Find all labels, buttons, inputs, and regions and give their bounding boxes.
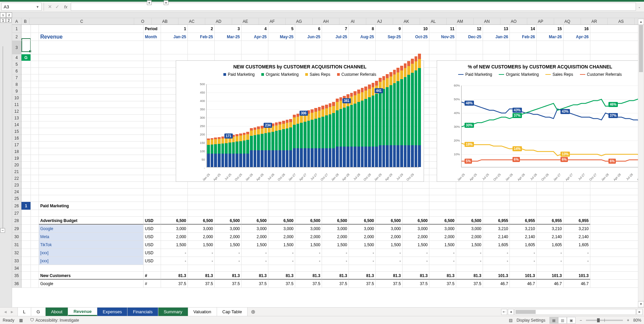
cell[interactable] bbox=[39, 101, 144, 108]
row-header[interactable]: 25 bbox=[12, 195, 21, 202]
cell[interactable]: 2,140 bbox=[510, 233, 537, 240]
cell[interactable]: Revenue bbox=[39, 33, 144, 41]
cell[interactable]: 2,000 bbox=[376, 233, 402, 240]
cell[interactable] bbox=[215, 54, 241, 61]
cell[interactable] bbox=[31, 225, 39, 232]
view-layout-icon[interactable]: ▥ bbox=[558, 317, 567, 324]
cell[interactable]: Google bbox=[39, 225, 144, 232]
cell[interactable]: 3,000 bbox=[295, 225, 322, 232]
add-sheet-icon[interactable]: ⊕ bbox=[248, 308, 259, 316]
cell[interactable] bbox=[31, 233, 39, 240]
cell[interactable] bbox=[429, 41, 456, 54]
cell[interactable]: Meta bbox=[39, 233, 144, 240]
cell[interactable]: - bbox=[241, 257, 268, 265]
cell[interactable] bbox=[510, 265, 537, 271]
cell[interactable] bbox=[483, 54, 510, 61]
cell[interactable]: 81.3 bbox=[161, 272, 188, 279]
cell[interactable]: USD bbox=[144, 257, 161, 265]
cell[interactable] bbox=[144, 95, 161, 101]
cell[interactable]: 1,500 bbox=[268, 241, 295, 249]
cell[interactable] bbox=[537, 210, 564, 216]
cell[interactable]: 2,140 bbox=[537, 233, 564, 240]
cell[interactable] bbox=[39, 155, 144, 161]
cell[interactable] bbox=[215, 202, 241, 210]
cell[interactable] bbox=[241, 202, 268, 210]
cell[interactable]: 81.3 bbox=[241, 272, 268, 279]
col-header[interactable]: AB bbox=[152, 18, 178, 24]
cell[interactable]: USD bbox=[144, 241, 161, 249]
cell[interactable] bbox=[39, 210, 144, 216]
row-header[interactable]: 7 bbox=[12, 74, 21, 81]
cell[interactable]: USD bbox=[144, 249, 161, 257]
col-header[interactable]: AI bbox=[339, 18, 366, 24]
row-header[interactable]: 26 bbox=[12, 202, 21, 210]
cell[interactable]: - bbox=[161, 249, 188, 257]
cell[interactable] bbox=[21, 182, 31, 188]
cell[interactable]: 6,500 bbox=[429, 217, 456, 224]
cell[interactable]: - bbox=[188, 257, 215, 265]
cell[interactable]: 81.3 bbox=[268, 272, 295, 279]
cell[interactable]: 3,000 bbox=[376, 225, 402, 232]
cell[interactable] bbox=[144, 188, 161, 195]
cell[interactable]: 1,605 bbox=[510, 241, 537, 249]
row-header[interactable]: 27 bbox=[12, 210, 21, 217]
cell[interactable] bbox=[144, 162, 161, 168]
accessibility-text[interactable]: Accessibility: Investigate bbox=[36, 318, 79, 323]
cell[interactable] bbox=[31, 195, 39, 202]
cell[interactable] bbox=[215, 182, 241, 188]
cell[interactable] bbox=[21, 61, 31, 67]
cell[interactable] bbox=[39, 81, 144, 88]
cell[interactable]: May-25 bbox=[268, 33, 295, 41]
cell[interactable] bbox=[31, 265, 39, 271]
cell[interactable] bbox=[31, 249, 39, 257]
cell[interactable] bbox=[31, 182, 39, 188]
cell[interactable] bbox=[31, 257, 39, 265]
cell[interactable]: - bbox=[349, 249, 376, 257]
cell[interactable] bbox=[537, 195, 564, 202]
cell[interactable] bbox=[402, 182, 429, 188]
cell[interactable] bbox=[39, 195, 144, 202]
row-header[interactable]: 14 bbox=[12, 121, 21, 128]
cell[interactable]: 37.5 bbox=[295, 280, 322, 287]
cell[interactable]: Feb-26 bbox=[510, 33, 537, 41]
cell[interactable]: USD bbox=[144, 217, 161, 224]
row-header[interactable]: 33 bbox=[12, 257, 21, 265]
cell[interactable] bbox=[31, 108, 39, 114]
cell[interactable] bbox=[21, 88, 31, 94]
cell[interactable] bbox=[144, 202, 161, 210]
cell[interactable]: USD bbox=[144, 225, 161, 232]
cell[interactable] bbox=[215, 210, 241, 216]
cell[interactable] bbox=[456, 54, 483, 61]
cell[interactable]: 2,000 bbox=[215, 233, 241, 240]
col-header[interactable]: AK bbox=[393, 18, 420, 24]
cell[interactable] bbox=[21, 272, 31, 279]
cell[interactable]: - bbox=[402, 249, 429, 257]
row-header[interactable]: 29 bbox=[12, 225, 21, 233]
cell[interactable] bbox=[295, 210, 322, 216]
row-header[interactable]: 3 bbox=[12, 41, 21, 54]
cell[interactable] bbox=[295, 188, 322, 195]
cell[interactable] bbox=[349, 265, 376, 271]
cell[interactable] bbox=[21, 135, 31, 141]
cell[interactable] bbox=[161, 195, 188, 202]
cell[interactable] bbox=[21, 68, 31, 74]
cell[interactable] bbox=[21, 280, 31, 287]
cell[interactable]: Google bbox=[39, 280, 144, 287]
cell[interactable]: [xxx] bbox=[39, 257, 144, 265]
cell[interactable]: Jul-25 bbox=[322, 33, 349, 41]
cell[interactable]: 3,210 bbox=[537, 225, 564, 232]
cell[interactable]: 4 bbox=[241, 25, 268, 33]
cell[interactable]: 2,000 bbox=[402, 233, 429, 240]
cell[interactable] bbox=[376, 41, 402, 54]
cell[interactable] bbox=[144, 135, 161, 141]
cell[interactable]: - bbox=[456, 249, 483, 257]
row-header[interactable]: 30 bbox=[12, 233, 21, 241]
cell[interactable]: 13 bbox=[483, 25, 510, 33]
cell[interactable] bbox=[144, 74, 161, 81]
cell[interactable]: USD bbox=[144, 233, 161, 240]
cell[interactable] bbox=[31, 95, 39, 101]
hscroll-left-full-icon[interactable]: ⇤ bbox=[501, 309, 507, 315]
cell[interactable]: 1,500 bbox=[295, 241, 322, 249]
cell[interactable] bbox=[456, 41, 483, 54]
cell[interactable]: 6,955 bbox=[564, 217, 590, 224]
